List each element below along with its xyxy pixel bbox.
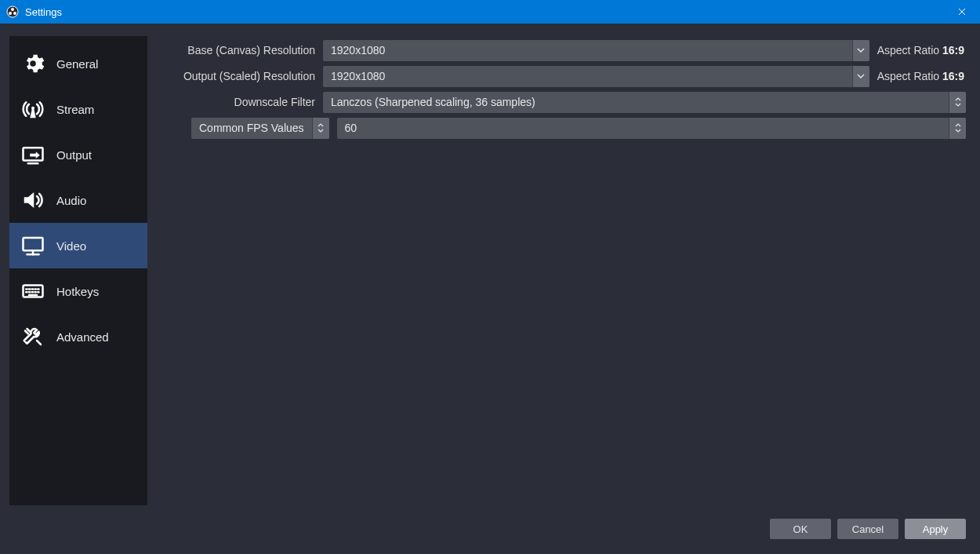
close-button[interactable] (944, 0, 980, 24)
sidebar-item-general[interactable]: General (9, 41, 147, 86)
video-settings-panel: Base (Canvas) Resolution 1920x1080 Aspec… (147, 27, 977, 515)
sidebar-item-label: Advanced (56, 330, 109, 344)
sidebar-item-label: Output (56, 148, 92, 162)
sidebar-item-label: Audio (56, 194, 86, 207)
sidebar: General Stream (9, 36, 147, 505)
app-icon (6, 5, 19, 18)
downscale-filter-value: Lanczos (Sharpened scaling, 36 samples) (323, 96, 949, 108)
fps-row: Common FPS Values 60 (158, 117, 966, 139)
chevron-down-icon[interactable] (852, 66, 869, 87)
tools-icon (20, 324, 45, 349)
sidebar-item-label: Video (56, 239, 86, 253)
output-resolution-combo[interactable]: 1920x1080 (323, 66, 869, 87)
spinner-icon[interactable] (949, 92, 966, 113)
sidebar-item-stream[interactable]: Stream (9, 86, 147, 132)
spinner-icon[interactable] (312, 118, 329, 139)
output-resolution-value: 1920x1080 (323, 70, 852, 82)
sidebar-item-audio[interactable]: Audio (9, 177, 147, 223)
svg-point-1 (11, 8, 14, 11)
sidebar-item-label: General (56, 57, 98, 71)
spinner-icon[interactable] (949, 118, 966, 139)
downscale-filter-label: Downscale Filter (158, 96, 315, 108)
sidebar-item-advanced[interactable]: Advanced (9, 314, 147, 359)
base-resolution-label: Base (Canvas) Resolution (158, 44, 315, 56)
sidebar-item-label: Hotkeys (56, 285, 99, 298)
fps-value: 60 (337, 122, 949, 134)
downscale-filter-row: Downscale Filter Lanczos (Sharpened scal… (158, 91, 966, 113)
svg-point-3 (13, 12, 16, 15)
base-resolution-value: 1920x1080 (323, 44, 852, 56)
antenna-icon (20, 97, 45, 122)
gear-icon (20, 51, 45, 76)
output-resolution-label: Output (Scaled) Resolution (158, 70, 315, 82)
sidebar-item-video[interactable]: Video (9, 223, 147, 268)
base-resolution-row: Base (Canvas) Resolution 1920x1080 Aspec… (158, 39, 966, 61)
apply-button[interactable]: Apply (905, 519, 966, 539)
fps-mode-label: Common FPS Values (191, 122, 312, 134)
speaker-icon (20, 188, 45, 213)
settings-window: Settings General (0, 0, 980, 554)
fps-value-select[interactable]: 60 (337, 118, 966, 139)
base-aspect-ratio: Aspect Ratio 16:9 (877, 44, 966, 56)
svg-point-4 (30, 60, 36, 67)
sidebar-item-output[interactable]: Output (9, 132, 147, 177)
output-resolution-row: Output (Scaled) Resolution 1920x1080 Asp… (158, 65, 966, 87)
sidebar-item-hotkeys[interactable]: Hotkeys (9, 268, 147, 314)
titlebar: Settings (0, 0, 980, 24)
sidebar-item-label: Stream (56, 103, 94, 116)
cancel-button[interactable]: Cancel (837, 519, 898, 539)
svg-rect-7 (24, 238, 43, 250)
output-aspect-ratio: Aspect Ratio 16:9 (877, 70, 966, 82)
dialog-buttons: OK Cancel Apply (3, 515, 977, 551)
keyboard-icon (20, 279, 45, 304)
window-title: Settings (25, 6, 62, 18)
svg-point-2 (9, 12, 12, 15)
base-resolution-combo[interactable]: 1920x1080 (323, 40, 869, 61)
downscale-filter-select[interactable]: Lanczos (Sharpened scaling, 36 samples) (323, 92, 966, 113)
chevron-down-icon[interactable] (852, 40, 869, 61)
monitor-icon (20, 233, 45, 258)
ok-button[interactable]: OK (770, 519, 831, 539)
output-icon (20, 142, 45, 167)
fps-mode-select[interactable]: Common FPS Values (191, 118, 329, 139)
client-area: General Stream (0, 24, 980, 554)
